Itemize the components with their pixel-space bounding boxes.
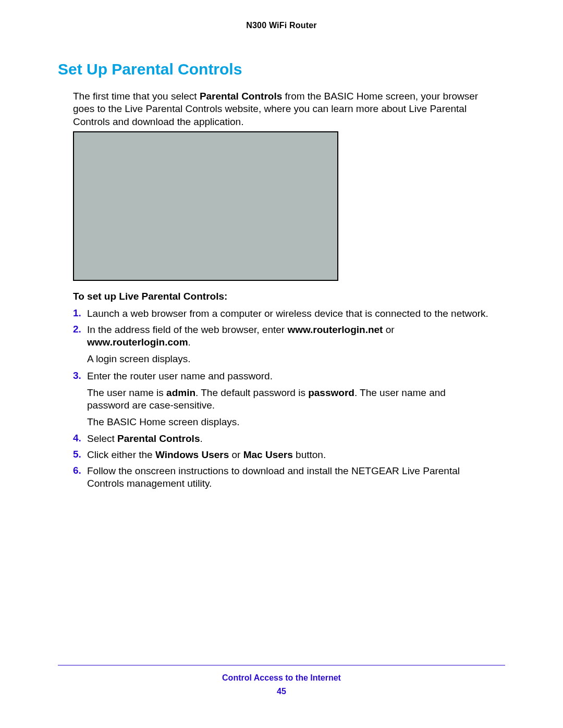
step-number: 4. [73, 433, 87, 445]
step-4: 4. Select Parental Controls. [73, 433, 490, 445]
page: N300 WiFi Router Set Up Parental Control… [0, 0, 563, 728]
intro-paragraph: The first time that you select Parental … [73, 90, 490, 128]
text: . The default password is [195, 387, 308, 398]
bold-text: Windows Users [155, 449, 229, 460]
step-text: Launch a web browser from a computer or … [87, 307, 490, 320]
step-number: 3. [73, 370, 87, 382]
text: or [383, 324, 394, 335]
footer-rule [58, 665, 505, 665]
step-number: 6. [73, 465, 87, 490]
bold-text: www.routerlogin.com [87, 337, 188, 348]
section-heading: Set Up Parental Controls [58, 60, 242, 78]
step-5: 5. Click either the Windows Users or Mac… [73, 449, 490, 461]
step-6: 6. Follow the onscreen instructions to d… [73, 465, 490, 490]
bold-text: www.routerlogin.net [287, 324, 383, 335]
step-text: Select Parental Controls. [87, 433, 490, 445]
step-number: 5. [73, 449, 87, 461]
step-subtext: The BASIC Home screen displays. [87, 416, 490, 428]
step-text: Click either the Windows Users or Mac Us… [87, 449, 490, 461]
step-text: Enter the router user name and password. [87, 370, 490, 382]
step-number: 1. [73, 307, 87, 320]
text: The first time that you select [73, 91, 200, 102]
step-text: In the address field of the web browser,… [87, 324, 490, 349]
text: or [229, 449, 243, 460]
text: . [188, 337, 191, 348]
text: . [200, 433, 202, 444]
step-subtext: A login screen displays. [87, 353, 490, 365]
bold-text: password [308, 387, 354, 398]
document-header: N300 WiFi Router [0, 21, 563, 30]
bold-text: Parental Controls [117, 433, 200, 444]
text: Select [87, 433, 117, 444]
footer-page-number: 45 [0, 687, 563, 696]
text: Click either the [87, 449, 155, 460]
step-text: Follow the onscreen instructions to down… [87, 465, 490, 490]
steps-list: 1. Launch a web browser from a computer … [73, 307, 490, 494]
footer-section-label: Control Access to the Internet [0, 673, 563, 683]
step-1: 1. Launch a web browser from a computer … [73, 307, 490, 320]
text: button. [293, 449, 326, 460]
bold-text: Mac Users [243, 449, 293, 460]
step-number: 2. [73, 324, 87, 349]
step-2: 2. In the address field of the web brows… [73, 324, 490, 349]
bold-text: Parental Controls [200, 91, 282, 102]
step-subtext: The user name is admin. The default pass… [87, 387, 490, 412]
text: The user name is [87, 387, 166, 398]
step-3: 3. Enter the router user name and passwo… [73, 370, 490, 382]
procedure-heading: To set up Live Parental Controls: [73, 291, 227, 302]
text: In the address field of the web browser,… [87, 324, 287, 335]
screenshot-placeholder [73, 131, 338, 281]
bold-text: admin [166, 387, 195, 398]
